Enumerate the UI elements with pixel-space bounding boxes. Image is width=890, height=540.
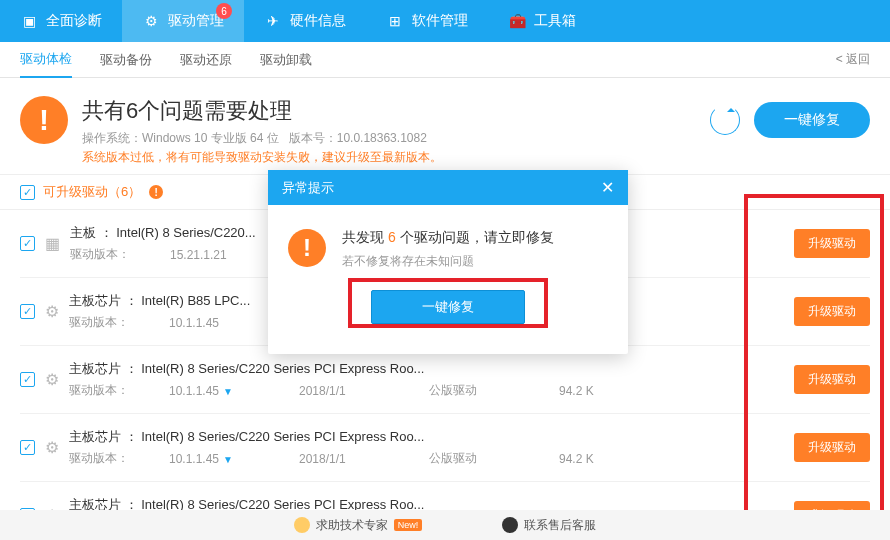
- os-info: 操作系统：Windows 10 专业版 64 位 版本号：10.0.18363.…: [82, 130, 442, 147]
- avatar-icon: [294, 517, 310, 533]
- rocket-icon: ✈: [264, 12, 282, 30]
- fix-all-button[interactable]: 一键修复: [754, 102, 870, 138]
- toolbox-icon: 🧰: [508, 12, 526, 30]
- upgrade-button[interactable]: 升级驱动: [794, 229, 870, 258]
- nav-toolbox[interactable]: 🧰工具箱: [488, 0, 596, 42]
- modal-message: 共发现 6 个驱动问题，请立即修复: [342, 229, 554, 247]
- driver-name: 主板芯片 ： Intel(R) 8 Series/C220 Series PCI…: [69, 360, 784, 378]
- grid-icon: ⊞: [386, 12, 404, 30]
- page-header: ! 共有6个问题需要处理 操作系统：Windows 10 专业版 64 位 版本…: [0, 78, 890, 174]
- chip-icon: ⚙: [45, 370, 59, 389]
- table-row: ✓⚙主板芯片 ： Intel(R) 8 Series/C220 Series P…: [20, 346, 870, 414]
- modal-title-text: 异常提示: [282, 179, 334, 197]
- nav-software[interactable]: ⊞软件管理: [366, 0, 488, 42]
- nav-hardware[interactable]: ✈硬件信息: [244, 0, 366, 42]
- board-icon: ▦: [45, 234, 60, 253]
- nav-diagnosis[interactable]: ▣全面诊断: [0, 0, 122, 42]
- select-all-checkbox[interactable]: ✓: [20, 185, 35, 200]
- new-badge: New!: [394, 519, 423, 531]
- driver-meta: 驱动版本：10.1.1.45▼2018/1/1公版驱动94.2 K: [69, 450, 784, 467]
- modal-fix-button[interactable]: 一键修复: [371, 290, 525, 324]
- gear-icon: ⚙: [142, 12, 160, 30]
- row-checkbox[interactable]: ✓: [20, 304, 35, 319]
- alert-modal: 异常提示 ✕ ! 共发现 6 个驱动问题，请立即修复 若不修复将存在未知问题 一…: [268, 170, 628, 354]
- close-icon[interactable]: ✕: [601, 178, 614, 197]
- headset-icon: [502, 517, 518, 533]
- badge-count: 6: [216, 3, 232, 19]
- section-title: 可升级驱动（6）: [43, 183, 141, 201]
- tab-driver-uninstall[interactable]: 驱动卸载: [260, 42, 312, 78]
- row-checkbox[interactable]: ✓: [20, 440, 35, 455]
- sub-nav: 驱动体检 驱动备份 驱动还原 驱动卸载 < 返回: [0, 42, 890, 78]
- nav-driver-manage[interactable]: ⚙驱动管理6: [122, 0, 244, 42]
- upgrade-button[interactable]: 升级驱动: [794, 433, 870, 462]
- modal-sub-message: 若不修复将存在未知问题: [342, 253, 554, 270]
- refresh-icon[interactable]: [710, 105, 740, 135]
- upgrade-button[interactable]: 升级驱动: [794, 297, 870, 326]
- table-row: ✓⚙主板芯片 ： Intel(R) 8 Series/C220 Series P…: [20, 414, 870, 482]
- alert-icon: !: [20, 96, 68, 144]
- chip-icon: ⚙: [45, 438, 59, 457]
- footer-help[interactable]: 求助技术专家New!: [294, 517, 423, 534]
- tab-driver-check[interactable]: 驱动体检: [20, 42, 72, 78]
- os-warning: 系统版本过低，将有可能导致驱动安装失败，建议升级至最新版本。: [82, 149, 442, 166]
- driver-meta: 驱动版本：10.1.1.45▼2018/1/1公版驱动94.2 K: [69, 382, 784, 399]
- footer-customer-service[interactable]: 联系售后客服: [502, 517, 596, 534]
- alert-badge-icon: !: [149, 185, 163, 199]
- page-title: 共有6个问题需要处理: [82, 96, 442, 126]
- row-checkbox[interactable]: ✓: [20, 372, 35, 387]
- chip-icon: ⚙: [45, 302, 59, 321]
- upgrade-button[interactable]: 升级驱动: [794, 365, 870, 394]
- row-checkbox[interactable]: ✓: [20, 236, 35, 251]
- monitor-icon: ▣: [20, 12, 38, 30]
- back-link[interactable]: < 返回: [836, 51, 870, 68]
- footer: 求助技术专家New! 联系售后客服: [0, 510, 890, 540]
- modal-alert-icon: !: [288, 229, 326, 267]
- tab-driver-backup[interactable]: 驱动备份: [100, 42, 152, 78]
- modal-titlebar: 异常提示 ✕: [268, 170, 628, 205]
- tab-driver-restore[interactable]: 驱动还原: [180, 42, 232, 78]
- top-nav: ▣全面诊断 ⚙驱动管理6 ✈硬件信息 ⊞软件管理 🧰工具箱: [0, 0, 890, 42]
- driver-name: 主板芯片 ： Intel(R) 8 Series/C220 Series PCI…: [69, 428, 784, 446]
